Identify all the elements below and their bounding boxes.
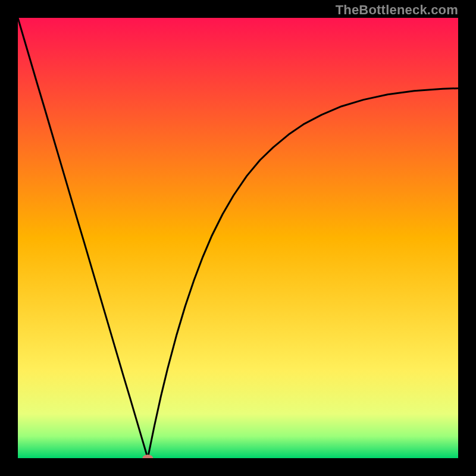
watermark-text: TheBottleneck.com (336, 2, 458, 18)
plot-area (18, 18, 458, 458)
chart-frame: TheBottleneck.com (0, 0, 476, 476)
gradient-background (18, 18, 458, 458)
chart-svg (18, 18, 458, 458)
